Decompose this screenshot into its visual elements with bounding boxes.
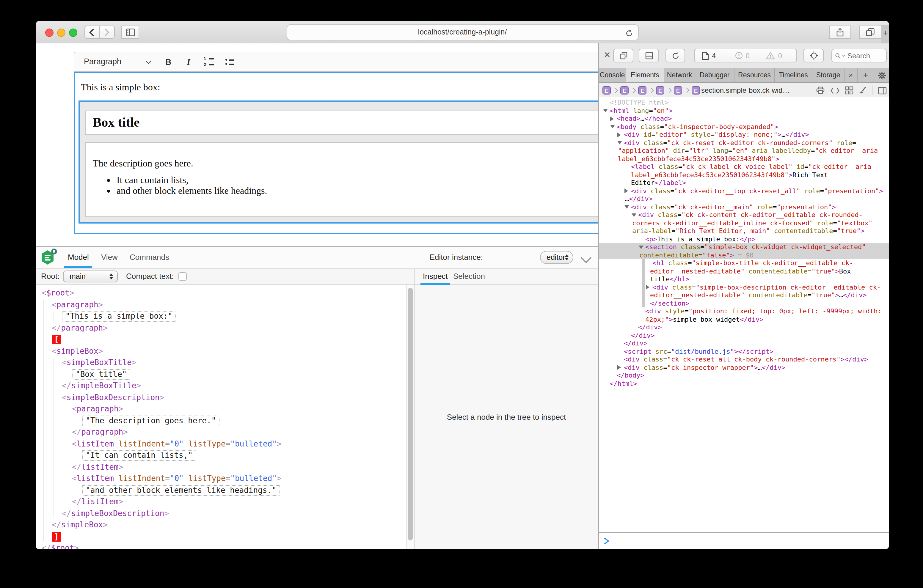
scrollbar-thumb[interactable]	[408, 288, 413, 540]
model-tree-row[interactable]: <simpleBox>	[36, 345, 407, 357]
model-text-node[interactable]: "The description goes here."	[82, 415, 220, 426]
expand-triangle-icon[interactable]	[646, 285, 649, 289]
dom-tree-row[interactable]: <p>This is a simple box:</p>	[599, 235, 889, 243]
dom-tree-row[interactable]: <!DOCTYPE html>	[599, 99, 889, 107]
dom-tree-row[interactable]: <h1 class="simple-box-title ck-editor__e…	[599, 259, 889, 267]
model-tree-row[interactable]: "This is a simple box:"	[36, 310, 407, 322]
model-tree-row[interactable]: <simpleBoxTitle>	[36, 357, 407, 368]
dom-tree-row[interactable]: <head>…</head>	[599, 115, 889, 123]
dom-tree-row[interactable]: </div>	[599, 340, 889, 348]
model-tree-row[interactable]: <listItem listIndent="0" listType="bulle…	[36, 473, 407, 484]
model-text-node[interactable]: "This is a simple box:"	[62, 311, 176, 322]
styles-brush-icon[interactable]	[859, 86, 867, 95]
expand-triangle-icon[interactable]	[610, 116, 614, 121]
dom-tree-row[interactable]: <div style="position: fixed; top: 0px; l…	[599, 307, 889, 315]
dom-tree-row[interactable]: label_e63cbbfece34c53ce23501062343f49b8"…	[599, 155, 889, 163]
collapse-triangle-icon[interactable]	[639, 245, 644, 249]
dom-tree-row[interactable]: 42px;">simple box widget</div>	[599, 315, 889, 324]
paragraph-dropdown[interactable]: Paragraph	[78, 54, 155, 69]
dom-tree-row[interactable]: <div class="ck ck-editor__main" role="pr…	[599, 203, 889, 211]
model-text-node[interactable]: "and other block elements like headings.…	[82, 485, 280, 496]
dom-tree-row[interactable]: <div class="ck ck-reset_all ck-body ck-r…	[599, 356, 889, 363]
tab-view[interactable]: View	[97, 247, 122, 268]
collapse-triangle-icon[interactable]	[603, 109, 608, 112]
dom-tree-row[interactable]: aria-label="Rich Text Editor, main" cont…	[599, 227, 889, 235]
dom-tree-row[interactable]: <section class="simple-box ck-widget ck-…	[599, 243, 889, 251]
simple-box-description-field[interactable]: The description goes here. It can contai…	[85, 142, 598, 217]
resource-summary-button[interactable]: 4 0 0	[694, 49, 797, 62]
model-tree-row[interactable]: <paragraph>	[36, 299, 407, 310]
tab-elements[interactable]: Elements	[626, 68, 664, 82]
dom-tree-row[interactable]: </div>	[599, 324, 889, 332]
collapse-triangle-icon[interactable]	[610, 125, 615, 128]
dom-tree-row[interactable]: <div class="ck ck-reset ck-editor ck-rou…	[599, 139, 889, 147]
root-select[interactable]: main	[63, 271, 118, 283]
tab-storage[interactable]: Storage	[812, 68, 844, 82]
model-tree-row[interactable]: <paragraph>	[36, 403, 407, 415]
breadcrumb-current[interactable]: section.simple-box.ck-wid…	[701, 86, 790, 95]
tab-commands[interactable]: Commands	[126, 247, 173, 268]
tab-console[interactable]: Console	[599, 68, 626, 82]
breadcrumb-element-badge[interactable]: E	[603, 86, 611, 95]
model-tree-row[interactable]: "Box title"	[36, 368, 407, 380]
collapse-inspector-icon[interactable]	[581, 252, 592, 263]
model-text-node[interactable]: "Box title"	[72, 369, 130, 379]
simple-box-title-field[interactable]: Box title	[85, 110, 598, 135]
dom-tree-row[interactable]: <div class="ck ck-editor__top ck-reset_a…	[599, 187, 889, 195]
dock-devtools-button[interactable]	[639, 49, 659, 62]
editor-instance-select[interactable]: editor	[540, 251, 573, 264]
model-tree-row[interactable]: </listItem>	[36, 496, 407, 508]
share-button[interactable]	[829, 26, 851, 39]
source-code-icon[interactable]	[830, 87, 840, 94]
new-tab-button[interactable]: +	[881, 25, 889, 43]
print-styles-icon[interactable]	[816, 86, 825, 95]
dom-tree-row[interactable]: <body class="ck-inspector-body-expanded"…	[599, 123, 889, 131]
model-tree-row[interactable]: </simpleBoxTitle>	[36, 380, 407, 391]
dom-tree-row[interactable]: corners ck-editor__editable_inline ck-fo…	[599, 219, 889, 227]
close-window-button[interactable]	[45, 28, 54, 37]
model-tree-row[interactable]: </simpleBox>	[36, 519, 407, 531]
compact-text-checkbox[interactable]	[178, 272, 187, 281]
dom-tree-row[interactable]: editor__nested-editable" contenteditable…	[599, 267, 889, 275]
back-button[interactable]	[84, 26, 100, 39]
breadcrumb-element-badge[interactable]: E	[674, 86, 682, 95]
box-description-text[interactable]: The description goes here.	[93, 158, 598, 169]
dom-tree-row[interactable]: <div class="ck-inspector-wrapper">…</div…	[599, 363, 889, 371]
box-title-text[interactable]: Box title	[93, 115, 598, 130]
numbered-list-button[interactable]: 1 2	[200, 54, 217, 69]
model-tree-row[interactable]: [	[36, 333, 407, 345]
expand-triangle-icon[interactable]	[618, 365, 621, 370]
breadcrumb-element-badge[interactable]: E	[691, 86, 700, 95]
collapse-triangle-icon[interactable]	[632, 213, 636, 217]
tab-selection[interactable]: Selection	[451, 269, 487, 284]
dom-tree-row[interactable]: "application" dir="ltr" lang="en" aria-l…	[599, 147, 889, 155]
collapse-triangle-icon[interactable]	[624, 205, 629, 209]
dom-tree-row[interactable]: </section>	[599, 299, 889, 307]
add-tab-button[interactable]: +	[857, 68, 874, 82]
search-input[interactable]	[846, 51, 883, 60]
dom-tree-row[interactable]: label_e63cbbfece34c53ce23501062343f49b8"…	[599, 171, 889, 179]
devtools-reload-button[interactable]	[665, 49, 685, 62]
console-prompt[interactable]	[599, 532, 889, 549]
tab-model[interactable]: Model	[64, 247, 92, 268]
dom-tree-row[interactable]: </html>	[599, 379, 889, 388]
model-tree-row[interactable]: </listItem>	[36, 461, 407, 473]
model-tree-row[interactable]: </paragraph>	[36, 322, 407, 333]
model-tree-row[interactable]: "and other block elements like headings.…	[36, 484, 407, 496]
list-item[interactable]: and other block elements like headings.	[117, 186, 598, 196]
address-bar[interactable]: localhost/creating-a-plugin/	[286, 25, 639, 40]
tab-timelines[interactable]: Timelines	[775, 68, 812, 82]
tab-network[interactable]: Network	[664, 68, 695, 82]
sidebar-toggle-button[interactable]	[122, 26, 139, 39]
bulleted-list-button[interactable]	[221, 54, 238, 69]
expand-triangle-icon[interactable]	[618, 132, 621, 137]
tab-resources[interactable]: Resources	[734, 68, 775, 82]
forward-button[interactable]	[99, 26, 115, 39]
dom-tree-row[interactable]: </body>	[599, 371, 889, 379]
details-sidebar-icon[interactable]	[878, 87, 887, 94]
model-tree-row[interactable]: </simpleBoxDescription>	[36, 508, 407, 519]
dom-tree-row[interactable]: editor__nested-editable" contenteditable…	[599, 291, 889, 299]
bold-button[interactable]: B	[160, 54, 177, 69]
reload-icon[interactable]	[625, 28, 633, 43]
dom-tree-row[interactable]: Editor</label>	[599, 179, 889, 187]
